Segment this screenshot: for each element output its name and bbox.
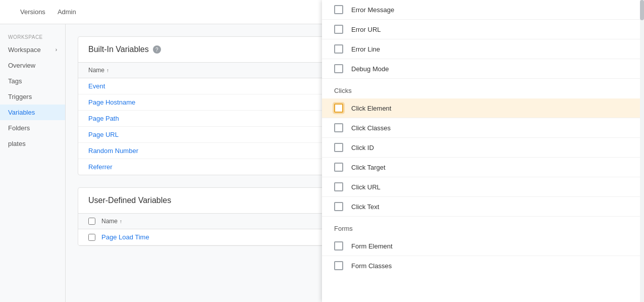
overlay-item-click-element: Click Element	[322, 98, 644, 118]
scrollbar-track	[640, 24, 644, 302]
error-url-checkbox[interactable]	[334, 25, 343, 34]
workspace-section-label: WORKSPACE	[0, 30, 65, 42]
overlay-item-form-element: Form Element	[322, 236, 644, 256]
overlay-item-click-target: Click Target	[322, 158, 644, 177]
click-id-checkbox[interactable]	[334, 143, 343, 152]
click-classes-checkbox[interactable]	[334, 123, 343, 132]
sidebar-item-folders[interactable]: Folders	[0, 120, 65, 136]
sidebar-item-triggers[interactable]: Triggers	[0, 89, 65, 105]
click-target-label: Click Target	[351, 164, 386, 171]
sidebar-item-workspace[interactable]: Workspace ›	[0, 42, 65, 58]
overlay-item-error-url: Error URL	[322, 24, 644, 39]
debug-mode-label: Debug Mode	[351, 65, 389, 73]
select-all-checkbox[interactable]	[88, 218, 95, 225]
click-text-checkbox[interactable]	[334, 202, 343, 211]
built-in-variables-title: Built-In Variables	[88, 45, 149, 54]
main-layout: WORKSPACE Workspace › Overview Tags Trig…	[0, 24, 644, 302]
overlay-item-error-line: Error Line	[322, 39, 644, 59]
sidebar-item-variables[interactable]: Variables	[0, 105, 65, 120]
clicks-section-label: Clicks	[322, 79, 644, 98]
sort-arrow-icon: ↑	[106, 68, 109, 73]
udf-sort-arrow-icon: ↑	[120, 219, 122, 224]
app-container: Versions Admin WORKSPACE Workspace › Ove…	[0, 0, 644, 302]
overlay-panel: Error Message Error URL Error Line Debug…	[322, 24, 644, 302]
click-element-label: Click Element	[351, 105, 391, 112]
click-url-label: Click URL	[351, 183, 381, 191]
sidebar-item-tags[interactable]: Tags	[0, 73, 65, 89]
overlay-item-click-url: Click URL	[322, 177, 644, 197]
forms-section-label: Forms	[322, 217, 644, 236]
nav-item-admin[interactable]: Admin	[58, 6, 76, 18]
overlay-scroll-area[interactable]: Error Message Error URL Error Line Debug…	[322, 24, 644, 302]
overlay-item-click-classes: Click Classes	[322, 118, 644, 138]
click-element-checkbox[interactable]	[334, 104, 343, 113]
form-element-label: Form Element	[351, 242, 393, 250]
error-url-label: Error URL	[351, 26, 381, 33]
click-classes-label: Click Classes	[351, 124, 391, 132]
overlay-item-debug-mode: Debug Mode	[322, 59, 644, 79]
form-classes-checkbox[interactable]	[334, 261, 343, 270]
debug-mode-checkbox[interactable]	[334, 64, 343, 73]
click-target-checkbox[interactable]	[334, 163, 343, 172]
chevron-right-icon: ›	[56, 47, 57, 53]
help-icon[interactable]: ?	[153, 45, 161, 54]
overlay-item-click-text: Click Text	[322, 197, 644, 217]
workspace-label: Workspace	[8, 46, 41, 54]
click-id-label: Click ID	[351, 144, 374, 152]
nav-item-versions[interactable]: Versions	[20, 6, 45, 18]
error-line-label: Error Line	[351, 45, 380, 53]
sidebar: WORKSPACE Workspace › Overview Tags Trig…	[0, 24, 66, 302]
sidebar-item-templates[interactable]: plates	[0, 136, 65, 152]
error-line-checkbox[interactable]	[334, 44, 343, 54]
udf-row-checkbox[interactable]	[88, 234, 95, 241]
form-classes-label: Form Classes	[351, 262, 392, 270]
click-text-label: Click Text	[351, 203, 379, 211]
form-element-checkbox[interactable]	[334, 241, 343, 250]
overlay-item-click-id: Click ID	[322, 138, 644, 158]
user-defined-variables-title: User-Defined Variables	[88, 196, 171, 205]
overlay-item-form-classes: Form Classes	[322, 256, 644, 275]
click-url-checkbox[interactable]	[334, 182, 343, 191]
sidebar-item-overview[interactable]: Overview	[0, 58, 65, 73]
